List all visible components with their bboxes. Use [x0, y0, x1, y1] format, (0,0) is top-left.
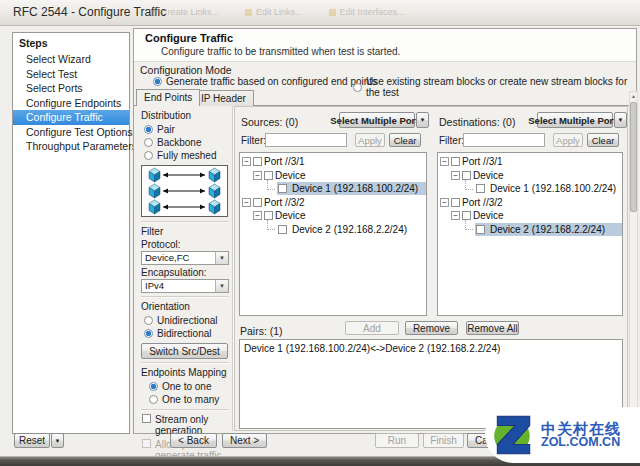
checkbox-icon[interactable]	[253, 157, 262, 166]
zol-chinese-name: 中关村在线	[541, 421, 621, 437]
background-toolbar-item: Edit Interfaces...	[329, 7, 405, 17]
tree-item[interactable]: Device 1 (192.168.100.2/24)	[242, 182, 426, 196]
chevron-down-icon[interactable]: ▼	[614, 112, 627, 128]
checkbox-icon[interactable]	[476, 184, 485, 193]
protocol-value: Device,FC	[142, 252, 215, 264]
radio-icon	[144, 316, 153, 325]
sources-tree: − Port //3/1 − Device Device 1 (192.168.…	[239, 152, 427, 316]
sidebar-item-select-wizard[interactable]: Select Wizard	[13, 52, 129, 67]
protocol-dropdown[interactable]: Device,FC ▼	[141, 251, 229, 265]
tree-item-label: Device	[471, 170, 506, 181]
scroll-up-icon[interactable]: ▲	[630, 92, 637, 101]
tab-ip-header[interactable]: IP Header	[193, 90, 254, 106]
page-title: Configure Traffic	[145, 32, 233, 44]
destinations-filter-input[interactable]	[463, 133, 545, 147]
collapse-icon[interactable]: −	[242, 157, 251, 166]
sidebar-item-select-test[interactable]: Select Test	[13, 67, 129, 82]
checkbox-icon[interactable]	[462, 171, 471, 180]
radio-bidirectional[interactable]: Bidirectional	[144, 327, 229, 340]
pair-distribution-diagram	[141, 165, 228, 217]
destinations-apply-button[interactable]: Apply	[553, 133, 583, 147]
tree-item[interactable]: Device 1 (192.168.100.2/24)	[440, 182, 622, 196]
checkbox-icon[interactable]	[264, 211, 273, 220]
sidebar-item-throughput-parameters[interactable]: Throughput Parameters	[13, 139, 129, 154]
radio-icon	[149, 382, 158, 391]
radio-one-to-many[interactable]: One to many	[149, 393, 229, 406]
checkbox-icon[interactable]	[451, 198, 460, 207]
tree-item[interactable]: Device 2 (192.168.2.2/24)	[242, 223, 426, 237]
destinations-clear-button[interactable]: Clear	[587, 133, 619, 147]
select-multiple-ports-button[interactable]: Select Multiple Ports	[339, 112, 415, 128]
sidebar-item-select-ports[interactable]: Select Ports	[13, 81, 129, 96]
checkbox-icon[interactable]	[451, 157, 460, 166]
destinations-tree: − Port //3/1 − Device Device 1 (192.168.…	[437, 152, 623, 316]
dialog-body: Steps Select Wizard Select Test Select P…	[0, 26, 640, 456]
radio-label: Unidirectional	[157, 315, 218, 326]
tree-item-label: Port //3/2	[460, 197, 505, 208]
section-divider	[141, 362, 229, 364]
finish-button[interactable]: Finish	[423, 433, 464, 448]
chevron-down-icon[interactable]: ▼	[215, 252, 228, 264]
radio-one-to-one[interactable]: One to one	[149, 380, 229, 393]
page-subtitle: Configure traffic to be transmitted when…	[161, 46, 400, 57]
radio-fully-meshed[interactable]: Fully meshed	[144, 149, 229, 162]
checkbox-icon[interactable]	[476, 225, 485, 234]
tree-item-label: Device	[273, 170, 308, 181]
sources-filter-input[interactable]	[265, 133, 347, 147]
sources-label: Sources: (0)	[241, 116, 298, 128]
vertical-scrollbar[interactable]: ▲ ▼	[629, 91, 638, 437]
background-toolbar-label: Edit Links...	[256, 7, 303, 17]
radio-generate-traffic[interactable]: Generate traffic based on configured end…	[153, 76, 377, 87]
section-divider	[141, 221, 229, 223]
sources-clear-button[interactable]: Clear	[389, 133, 421, 147]
sidebar-item-configure-test-options[interactable]: Configure Test Options	[13, 125, 129, 140]
add-button[interactable]: Add	[345, 321, 399, 335]
collapse-icon[interactable]: −	[451, 211, 460, 220]
sidebar-item-configure-endpoints[interactable]: Configure Endpoints	[13, 96, 129, 111]
tab-end-points[interactable]: End Points	[136, 89, 200, 106]
next-button[interactable]: Next >	[222, 433, 267, 448]
radio-backbone[interactable]: Backbone	[144, 136, 229, 149]
tree-item[interactable]: − Port //3/1	[242, 155, 426, 169]
chevron-down-icon[interactable]: ▼	[416, 112, 429, 128]
window-titlebar[interactable]: RFC 2544 - Configure Traffic Create Link…	[0, 0, 640, 26]
remove-button[interactable]: Remove	[405, 321, 458, 335]
checkbox-icon[interactable]	[462, 211, 471, 220]
back-button[interactable]: < Back	[170, 433, 217, 448]
scrollbar-thumb[interactable]	[630, 102, 637, 212]
chevron-down-icon[interactable]: ▼	[215, 280, 228, 292]
tree-item-label: Port //3/1	[262, 156, 307, 167]
edit-links-icon	[245, 9, 252, 16]
collapse-icon[interactable]: −	[440, 157, 449, 166]
tree-item[interactable]: − Port //3/2	[440, 196, 622, 210]
pair-item[interactable]: Device 1 (192.168.100.2/24)<->Device 2 (…	[244, 343, 618, 354]
checkbox-icon[interactable]	[253, 198, 262, 207]
tree-item[interactable]: Device 2 (192.168.2.2/24)	[440, 223, 622, 237]
radio-label: One to many	[162, 394, 219, 405]
sidebar-item-configure-traffic[interactable]: Configure Traffic	[13, 110, 129, 125]
remove-all-button[interactable]: Remove All	[466, 321, 519, 335]
tree-item-label: Device 1 (192.168.100.2/24)	[290, 183, 420, 194]
filter-section-label: Filter	[141, 226, 229, 237]
encapsulation-dropdown[interactable]: IPv4 ▼	[141, 279, 229, 293]
radio-unidirectional[interactable]: Unidirectional	[144, 314, 229, 327]
collapse-icon[interactable]: −	[440, 198, 449, 207]
reset-dropdown-icon[interactable]: ▼	[51, 433, 64, 448]
switch-src-dest-button[interactable]: Switch Src/Dest	[141, 343, 228, 359]
tree-item[interactable]: − Port //3/2	[242, 196, 426, 210]
run-button[interactable]: Run	[375, 433, 419, 448]
radio-icon	[153, 77, 162, 86]
collapse-icon[interactable]: −	[451, 171, 460, 180]
collapse-icon[interactable]: −	[253, 171, 262, 180]
checkbox-icon[interactable]	[278, 184, 287, 193]
tree-item[interactable]: − Port //3/1	[440, 155, 622, 169]
tree-connector	[267, 180, 275, 190]
select-multiple-ports-button[interactable]: Select Multiple Ports	[537, 112, 613, 128]
sources-apply-button[interactable]: Apply	[355, 133, 385, 147]
reset-button[interactable]: Reset	[14, 433, 50, 448]
collapse-icon[interactable]: −	[253, 211, 262, 220]
radio-pair[interactable]: Pair	[144, 123, 229, 136]
collapse-icon[interactable]: −	[242, 198, 251, 207]
checkbox-icon[interactable]	[264, 171, 273, 180]
checkbox-icon[interactable]	[278, 225, 287, 234]
